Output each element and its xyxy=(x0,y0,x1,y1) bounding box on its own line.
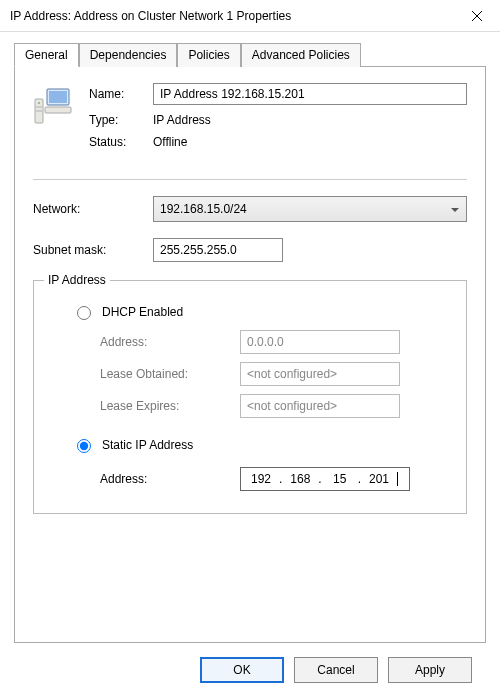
dhcp-address-field xyxy=(240,330,400,354)
ip-octet-2[interactable] xyxy=(286,471,314,487)
ip-octet-1[interactable] xyxy=(247,471,275,487)
svg-point-6 xyxy=(38,102,40,104)
type-label: Type: xyxy=(89,113,143,127)
lease-expires-field xyxy=(240,394,400,418)
static-address-label: Address: xyxy=(100,472,230,486)
ip-octet-4[interactable] xyxy=(365,471,393,487)
button-row: OK Cancel Apply xyxy=(14,643,486,697)
ok-button[interactable]: OK xyxy=(200,657,284,683)
tab-policies[interactable]: Policies xyxy=(177,43,240,67)
resource-icon xyxy=(33,83,75,157)
radio-static-label: Static IP Address xyxy=(102,438,193,452)
svg-rect-8 xyxy=(36,110,42,112)
radio-dhcp-input[interactable] xyxy=(77,306,91,320)
lease-expires-label: Lease Expires: xyxy=(100,399,230,413)
radio-dhcp[interactable]: DHCP Enabled xyxy=(72,303,448,320)
radio-dhcp-label: DHCP Enabled xyxy=(102,305,183,319)
ip-group-title: IP Address xyxy=(44,273,110,287)
subnet-input[interactable] xyxy=(153,238,283,262)
window-title: IP Address: Address on Cluster Network 1… xyxy=(10,9,291,23)
text-caret xyxy=(397,472,398,486)
svg-rect-3 xyxy=(49,91,67,103)
status-label: Status: xyxy=(89,135,143,149)
lease-obtained-field xyxy=(240,362,400,386)
close-icon xyxy=(471,10,483,22)
svg-rect-7 xyxy=(36,106,42,108)
dot: . xyxy=(279,472,282,486)
status-value: Offline xyxy=(153,135,187,149)
name-label: Name: xyxy=(89,87,143,101)
ip-octet-3[interactable] xyxy=(326,471,354,487)
dhcp-address-label: Address: xyxy=(100,335,230,349)
radio-static[interactable]: Static IP Address xyxy=(72,436,448,453)
tab-general[interactable]: General xyxy=(14,43,79,67)
tab-advanced-policies[interactable]: Advanced Policies xyxy=(241,43,361,67)
radio-static-input[interactable] xyxy=(77,439,91,453)
dot: . xyxy=(358,472,361,486)
tab-dependencies[interactable]: Dependencies xyxy=(79,43,178,67)
tabstrip: General Dependencies Policies Advanced P… xyxy=(14,42,486,67)
network-select[interactable]: 192.168.15.0/24 xyxy=(153,196,467,222)
ip-address-group: IP Address DHCP Enabled Address: Lease O… xyxy=(33,280,467,514)
static-address-field[interactable]: . . . xyxy=(240,467,410,491)
separator xyxy=(33,179,467,180)
name-input[interactable] xyxy=(153,83,467,105)
apply-button[interactable]: Apply xyxy=(388,657,472,683)
cancel-button[interactable]: Cancel xyxy=(294,657,378,683)
subnet-label: Subnet mask: xyxy=(33,243,143,257)
lease-obtained-label: Lease Obtained: xyxy=(100,367,230,381)
close-button[interactable] xyxy=(454,0,500,32)
tabpanel-general: Name: Type: IP Address Status: Offline N… xyxy=(14,67,486,643)
type-value: IP Address xyxy=(153,113,211,127)
svg-rect-4 xyxy=(45,107,71,113)
dot: . xyxy=(318,472,321,486)
network-label: Network: xyxy=(33,202,143,216)
titlebar: IP Address: Address on Cluster Network 1… xyxy=(0,0,500,32)
